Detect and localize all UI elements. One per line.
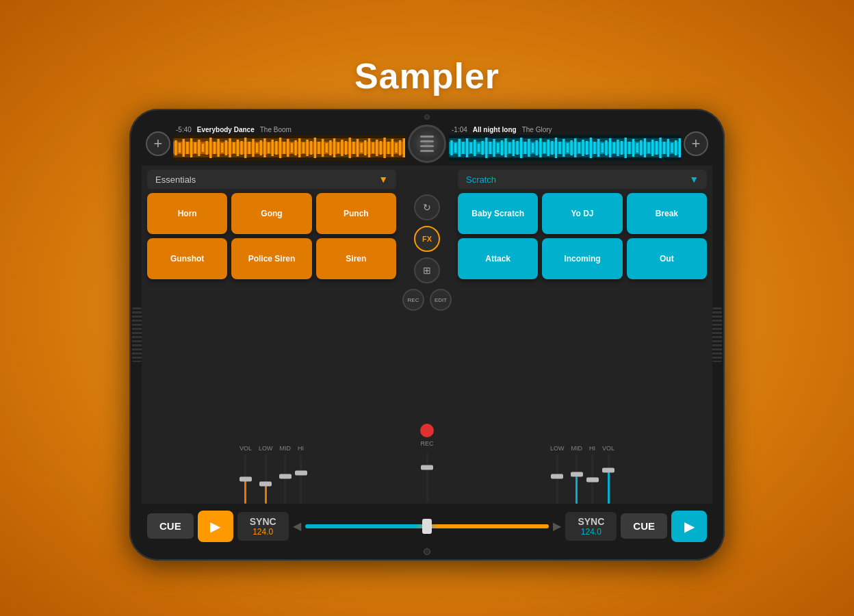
- svg-rect-107: [617, 140, 619, 156]
- pad-incoming[interactable]: Incoming: [542, 238, 622, 279]
- crossfader-track[interactable]: [305, 524, 549, 528]
- svg-rect-37: [310, 141, 312, 155]
- left-pad-grid: Horn Gong Punch Gunshot Police Siren Sir…: [147, 193, 396, 279]
- left-fader-group: VOL LOW: [147, 422, 396, 504]
- svg-rect-84: [528, 139, 530, 157]
- right-dropdown-arrow-icon: ▼: [689, 174, 699, 185]
- left-vol-fader[interactable]: VOL: [240, 422, 252, 504]
- pad-attack[interactable]: Attack: [458, 238, 538, 279]
- svg-rect-76: [497, 143, 499, 153]
- right-vol-fader[interactable]: VOL: [602, 422, 614, 504]
- rec-label-center: REC: [420, 440, 433, 447]
- left-waveform[interactable]: [173, 135, 405, 161]
- svg-rect-33: [294, 140, 296, 155]
- pad-baby-scratch[interactable]: Baby Scratch: [458, 193, 538, 234]
- svg-rect-21: [248, 142, 250, 154]
- svg-rect-45: [341, 140, 343, 156]
- pad-punch[interactable]: Punch: [316, 193, 396, 234]
- pad-gunshot[interactable]: Gunshot: [147, 238, 227, 279]
- right-low-label: LOW: [550, 445, 565, 452]
- svg-rect-73: [485, 138, 487, 158]
- right-deck: Scratch ▼ Baby Scratch Yo DJ Break Attac…: [458, 170, 707, 418]
- edit-button[interactable]: EDIT: [430, 289, 452, 311]
- svg-rect-51: [364, 140, 366, 155]
- left-sync-label: SYNC: [246, 516, 281, 527]
- svg-rect-92: [558, 142, 560, 154]
- right-cue-button[interactable]: CUE: [621, 513, 667, 539]
- svg-rect-10: [205, 141, 207, 155]
- pad-break[interactable]: Break: [627, 193, 707, 234]
- svg-rect-113: [640, 140, 642, 155]
- svg-rect-47: [349, 138, 351, 158]
- svg-rect-94: [567, 143, 569, 153]
- center-controls: ↻ FX ⊞ REC EDIT: [396, 170, 458, 418]
- right-waveform[interactable]: [449, 135, 681, 161]
- pad-out[interactable]: Out: [627, 238, 707, 279]
- svg-rect-85: [532, 143, 534, 153]
- left-cue-button[interactable]: CUE: [147, 513, 194, 539]
- pad-siren[interactable]: Siren: [316, 238, 396, 279]
- tablet-outer: + -5:40 Everybody Dance The Boom: [129, 109, 725, 561]
- right-hi-fader[interactable]: HI: [589, 422, 595, 504]
- left-mid-fader[interactable]: MID: [280, 422, 292, 504]
- pad-gong[interactable]: Gong: [231, 193, 311, 234]
- left-sync-block[interactable]: SYNC 124.0: [237, 512, 289, 541]
- rec-indicator: [420, 424, 434, 437]
- right-sync-block[interactable]: SYNC 124.0: [565, 512, 617, 541]
- svg-rect-99: [586, 141, 588, 155]
- svg-rect-3: [179, 143, 181, 153]
- svg-rect-7: [194, 142, 196, 153]
- right-hi-label: HI: [589, 445, 595, 452]
- right-dropdown-label: Scratch: [466, 175, 496, 185]
- center-wheel[interactable]: [408, 125, 446, 163]
- crossfader-handle[interactable]: [422, 519, 432, 534]
- svg-rect-55: [380, 141, 382, 155]
- left-play-button[interactable]: ▶: [198, 511, 233, 542]
- svg-rect-65: [454, 143, 456, 153]
- svg-rect-122: [675, 140, 677, 155]
- crossfader-right-arrow-icon[interactable]: ▶: [553, 519, 561, 532]
- master-fader[interactable]: [426, 452, 428, 502]
- left-waveform-section: -5:40 Everybody Dance The Boom: [173, 126, 405, 161]
- loop-button[interactable]: ↻: [414, 194, 440, 220]
- crossfader-left-arrow-icon[interactable]: ◀: [293, 519, 301, 532]
- svg-rect-12: [214, 142, 216, 154]
- left-hi-fader[interactable]: HI: [298, 422, 304, 504]
- right-sync-label: SYNC: [573, 516, 608, 527]
- svg-rect-49: [357, 139, 359, 157]
- svg-rect-70: [474, 140, 476, 156]
- svg-rect-103: [601, 143, 604, 153]
- pad-horn[interactable]: Horn: [147, 193, 227, 234]
- right-dropdown[interactable]: Scratch ▼: [458, 170, 707, 189]
- svg-rect-41: [326, 143, 328, 153]
- svg-rect-8: [198, 140, 200, 156]
- left-low-fader[interactable]: LOW: [259, 422, 273, 504]
- svg-rect-95: [570, 140, 572, 155]
- left-sync-bpm: 124.0: [246, 527, 281, 537]
- pad-yo-dj[interactable]: Yo DJ: [542, 193, 622, 234]
- right-play-button[interactable]: ▶: [671, 511, 707, 542]
- add-left-button[interactable]: +: [146, 131, 170, 156]
- pad-police-siren[interactable]: Police Siren: [231, 238, 311, 279]
- left-dropdown[interactable]: Essentials ▼: [147, 170, 396, 189]
- svg-rect-4: [183, 139, 185, 157]
- svg-rect-69: [470, 142, 472, 153]
- svg-rect-15: [225, 140, 227, 155]
- svg-rect-44: [337, 142, 339, 153]
- svg-rect-16: [229, 138, 231, 157]
- fx-button[interactable]: FX: [414, 226, 440, 252]
- grid-button[interactable]: ⊞: [414, 257, 440, 283]
- add-right-button[interactable]: +: [684, 131, 708, 156]
- svg-rect-98: [582, 140, 584, 156]
- right-mid-fader[interactable]: MID: [571, 422, 583, 504]
- rec-button[interactable]: REC: [402, 289, 424, 311]
- right-low-fader[interactable]: LOW: [550, 422, 565, 504]
- svg-rect-110: [628, 142, 630, 154]
- right-mid-label: MID: [571, 445, 583, 452]
- right-track-name: All night long: [473, 126, 517, 133]
- svg-rect-56: [383, 138, 385, 158]
- svg-rect-13: [217, 139, 219, 157]
- svg-rect-112: [636, 143, 638, 153]
- left-mid-label: MID: [280, 445, 292, 452]
- right-fader-group: LOW MID HI: [458, 422, 707, 504]
